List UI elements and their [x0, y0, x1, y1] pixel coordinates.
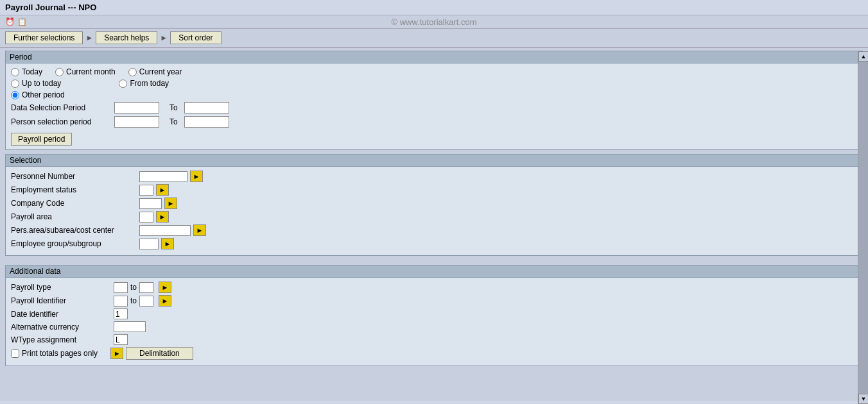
payroll-area-input[interactable]	[139, 212, 153, 223]
radio-other-period[interactable]: Other period	[11, 90, 65, 99]
wtype-assignment-label: WType assignment	[11, 335, 114, 344]
period-section: Period Today Current month Current year	[5, 51, 863, 150]
period-header: Period	[5, 51, 863, 63]
person-selection-period-label: Person selection period	[11, 117, 110, 126]
nav-arrow-2: ►	[160, 33, 168, 42]
payroll-identifier-to-label: to	[130, 296, 137, 305]
delimitation-btn[interactable]: Delimitation	[126, 347, 193, 360]
watermark: © www.tutorialkart.com	[391, 17, 476, 27]
payroll-identifier-arrow-btn[interactable]: ►	[159, 295, 171, 307]
company-code-input[interactable]	[139, 198, 162, 209]
radio-current-month-input[interactable]	[55, 68, 64, 76]
title-bar: Payroll Journal --- NPO	[0, 0, 868, 15]
payroll-type-arrow-btn[interactable]: ►	[159, 282, 171, 293]
radio-current-month[interactable]: Current month	[55, 67, 116, 76]
delimitation-arrow-btn[interactable]: ►	[110, 348, 123, 359]
alternative-currency-label: Alternative currency	[11, 323, 114, 332]
date-identifier-input[interactable]	[114, 308, 128, 319]
further-selections-btn[interactable]: Further selections	[5, 31, 83, 44]
payroll-area-label: Payroll area	[11, 212, 139, 221]
data-selection-period-to[interactable]	[184, 102, 229, 114]
data-selection-period-label: Data Selection Period	[11, 103, 110, 112]
radio-from-today[interactable]: From today	[119, 79, 169, 88]
payroll-period-btn[interactable]: Payroll period	[11, 133, 72, 146]
pers-area-row: Pers.area/subarea/cost center ►	[11, 224, 857, 236]
radio-today-input[interactable]	[11, 68, 19, 76]
employment-status-arrow-btn[interactable]: ►	[156, 184, 169, 196]
date-identifier-row: Date identifier	[11, 308, 857, 319]
radio-other-period-input[interactable]	[11, 91, 19, 99]
search-helps-btn[interactable]: Search helps	[96, 31, 157, 44]
additional-section: Additional data Payroll type to ► Payrol…	[5, 265, 863, 366]
payroll-identifier-label: Payroll Identifier	[11, 296, 114, 305]
flag-icon[interactable]: 📋	[17, 17, 27, 26]
employment-status-input[interactable]	[139, 185, 153, 196]
pers-area-label: Pers.area/subarea/cost center	[11, 226, 139, 235]
print-totals-label: Print totals pages only	[22, 349, 98, 358]
clock-icon[interactable]: ⏰	[5, 17, 15, 26]
payroll-type-to-label: to	[130, 283, 137, 292]
personnel-number-arrow-btn[interactable]: ►	[190, 171, 203, 182]
scroll-thumb[interactable]	[858, 62, 868, 394]
employee-group-label: Employee group/subgroup	[11, 239, 139, 248]
radio-from-today-input[interactable]	[119, 80, 127, 88]
payroll-type-from[interactable]	[114, 282, 128, 293]
person-selection-period-from[interactable]	[114, 116, 159, 128]
personnel-number-label: Personnel Number	[11, 172, 139, 181]
radio-current-year-input[interactable]	[128, 68, 137, 76]
employment-status-row: Employment status ►	[11, 184, 857, 196]
to-label-2: To	[169, 117, 178, 126]
payroll-area-arrow-btn[interactable]: ►	[156, 211, 169, 223]
toolbar: ⏰ 📋 © www.tutorialkart.com	[0, 15, 868, 29]
person-selection-period-to[interactable]	[184, 116, 229, 128]
company-code-arrow-btn[interactable]: ►	[164, 198, 177, 209]
period-body: Today Current month Current year Up to t…	[5, 63, 863, 150]
wtype-assignment-row: WType assignment	[11, 334, 857, 345]
nav-tabs: Further selections ► Search helps ► Sort…	[0, 29, 868, 48]
scroll-down-arrow[interactable]: ▼	[858, 394, 868, 401]
scrollbar[interactable]: ▲ ▼	[858, 51, 868, 401]
selection-body: Personnel Number ► Employment status ► C…	[5, 167, 863, 256]
payroll-identifier-to[interactable]	[139, 296, 153, 307]
additional-header: Additional data	[5, 265, 863, 278]
data-selection-period-from[interactable]	[114, 102, 159, 114]
wtype-assignment-input[interactable]	[114, 334, 128, 345]
employee-group-input[interactable]	[139, 239, 159, 249]
print-totals-checkbox[interactable]	[11, 349, 19, 358]
period-row-3: Other period	[11, 90, 857, 99]
pers-area-input[interactable]	[139, 225, 191, 236]
to-label-1: To	[169, 103, 178, 112]
personnel-number-input[interactable]	[139, 171, 187, 182]
spacer	[5, 260, 863, 265]
alternative-currency-input[interactable]	[114, 321, 146, 332]
selection-header: Selection	[5, 154, 863, 167]
radio-today[interactable]: Today	[11, 67, 42, 76]
radio-up-to-today[interactable]: Up to today	[11, 79, 61, 88]
payroll-type-row: Payroll type to ►	[11, 282, 857, 293]
person-selection-period-row: Person selection period To	[11, 116, 857, 128]
payroll-identifier-from[interactable]	[114, 296, 128, 307]
additional-body: Payroll type to ► Payroll Identifier to …	[5, 278, 863, 366]
radio-up-to-today-input[interactable]	[11, 80, 19, 88]
selection-section: Selection Personnel Number ► Employment …	[5, 154, 863, 256]
sort-order-btn[interactable]: Sort order	[170, 31, 221, 44]
scroll-up-arrow[interactable]: ▲	[858, 51, 868, 62]
page-title: Payroll Journal --- NPO	[5, 3, 96, 12]
radio-current-year[interactable]: Current year	[128, 67, 182, 76]
payroll-identifier-row: Payroll Identifier to ►	[11, 295, 857, 307]
main-content: Period Today Current month Current year	[0, 48, 868, 401]
data-selection-period-row: Data Selection Period To	[11, 102, 857, 114]
period-row-2: Up to today From today	[11, 79, 857, 88]
company-code-label: Company Code	[11, 199, 139, 208]
payroll-area-row: Payroll area ►	[11, 211, 857, 223]
print-totals-row: Print totals pages only ► Delimitation	[11, 347, 857, 360]
employee-group-arrow-btn[interactable]: ►	[161, 238, 174, 249]
payroll-type-label: Payroll type	[11, 283, 114, 292]
pers-area-arrow-btn[interactable]: ►	[193, 224, 206, 236]
alternative-currency-row: Alternative currency	[11, 321, 857, 332]
period-row-1: Today Current month Current year	[11, 67, 857, 76]
nav-arrow-1: ►	[85, 33, 93, 42]
personnel-number-row: Personnel Number ►	[11, 171, 857, 182]
employee-group-row: Employee group/subgroup ►	[11, 238, 857, 249]
payroll-type-to[interactable]	[139, 282, 153, 293]
